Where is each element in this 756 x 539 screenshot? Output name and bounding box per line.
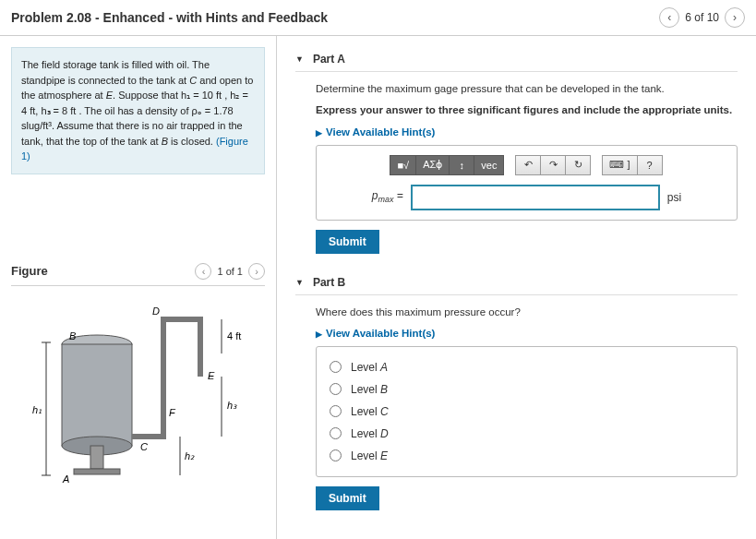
figure-image: h₁ 4 ft h₃ h₂ A B C D E F (11, 285, 265, 497)
radio-c[interactable] (330, 405, 342, 417)
radio-b[interactable] (330, 383, 342, 395)
main-content: The field storage tank is filled with oi… (0, 36, 756, 539)
label-B: B (69, 330, 76, 341)
part-a: ▼ Part A Determine the maximum gage pres… (295, 47, 738, 254)
part-b-hints[interactable]: ▶View Available Hint(s) (316, 328, 738, 339)
left-panel: The field storage tank is filled with oi… (0, 36, 277, 539)
help-button[interactable]: ? (637, 155, 663, 175)
next-figure-button[interactable]: › (248, 263, 265, 280)
redo-button[interactable]: ↷ (540, 155, 566, 175)
label-h2: h₂ (185, 450, 195, 461)
templates-button[interactable]: ■√ (390, 155, 416, 175)
undo-button[interactable]: ↶ (515, 155, 541, 175)
label-F: F (169, 407, 176, 418)
hint-label: View Available Hint(s) (326, 126, 435, 138)
figure-position: 1 of 1 (217, 266, 243, 277)
opt-var: A (380, 361, 388, 374)
var-c: C (189, 75, 197, 86)
label-D: D (152, 305, 160, 317)
equals: = (394, 189, 403, 202)
part-b-header[interactable]: ▼ Part B (295, 270, 738, 295)
part-b: ▼ Part B Where does this maximum pressur… (295, 270, 738, 510)
svg-rect-3 (90, 446, 103, 469)
options-box: Level A Level B Level C Level D Level E (316, 346, 738, 477)
collapse-icon: ▼ (295, 54, 304, 64)
label-h1: h₁ (32, 404, 42, 415)
reset-button[interactable]: ↻ (565, 155, 591, 175)
opt-label: Level (351, 427, 380, 440)
figure-header: Figure ‹ 1 of 1 › (11, 258, 265, 285)
symbols-button[interactable]: ΑΣϕ (415, 155, 450, 175)
keyboard-button[interactable]: ⌨ ] (602, 155, 637, 175)
label-4ft: 4 ft (227, 330, 241, 341)
option-a[interactable]: Level A (330, 356, 724, 378)
label-E: E (208, 370, 215, 381)
equation-toolbar: ■√ ΑΣϕ ↕ vec ↶ ↷ ↻ ⌨ ] ? (326, 155, 727, 175)
problem-text: is closed. (168, 136, 216, 147)
figure-title: Figure (11, 264, 48, 278)
opt-label: Level (351, 449, 380, 462)
option-e[interactable]: Level E (330, 445, 724, 467)
figure-nav: ‹ 1 of 1 › (195, 263, 265, 280)
expand-icon: ▶ (316, 128, 322, 138)
vector-button[interactable]: vec (474, 155, 504, 175)
next-problem-button[interactable]: › (725, 7, 745, 28)
part-a-title: Part A (313, 53, 345, 66)
right-panel: ▼ Part A Determine the maximum gage pres… (277, 36, 756, 539)
opt-var: D (380, 427, 389, 440)
answer-box: ■√ ΑΣϕ ↕ vec ↶ ↷ ↻ ⌨ ] ? pmax = psi (316, 145, 738, 221)
part-b-prompt: Where does this maximum pressure occur? (316, 305, 738, 320)
hint-label: View Available Hint(s) (326, 328, 435, 339)
svg-rect-4 (74, 469, 120, 474)
problem-nav: ‹ 6 of 10 › (659, 7, 745, 28)
part-a-instruction: Express your answer to three significant… (316, 102, 738, 118)
prev-figure-button[interactable]: ‹ (195, 263, 211, 280)
prev-problem-button[interactable]: ‹ (659, 7, 679, 28)
problem-title: Problem 2.08 - Enhanced - with Hints and… (11, 10, 328, 25)
part-a-header[interactable]: ▼ Part A (295, 47, 738, 72)
opt-label: Level (351, 383, 380, 396)
option-b[interactable]: Level B (330, 378, 724, 401)
var-b: B (162, 136, 168, 147)
opt-var: C (380, 405, 389, 418)
label-A: A (62, 473, 69, 485)
scripts-button[interactable]: ↕ (449, 155, 474, 175)
label-C: C (140, 441, 148, 452)
opt-label: Level (351, 361, 380, 374)
tank-diagram: h₁ 4 ft h₃ h₂ A B C D E F (18, 298, 258, 492)
opt-var: E (380, 449, 388, 462)
part-a-hints[interactable]: ▶View Available Hint(s) (316, 126, 738, 138)
problem-text: The field storage tank is filled with oi… (21, 59, 210, 86)
part-a-prompt: Determine the maximum gage pressure that… (316, 81, 738, 97)
problem-text: . Suppose that (113, 90, 181, 101)
part-a-body: Determine the maximum gage pressure that… (295, 72, 738, 254)
answer-row: pmax = psi (326, 185, 727, 210)
opt-var: B (380, 383, 388, 396)
answer-input[interactable] (411, 185, 660, 210)
problem-statement: The field storage tank is filled with oi… (11, 47, 265, 174)
part-b-title: Part B (313, 276, 345, 289)
svg-rect-1 (62, 344, 132, 446)
collapse-icon: ▼ (295, 278, 304, 287)
var-e: E (106, 90, 113, 101)
problem-position: 6 of 10 (685, 11, 719, 24)
label-h3: h₃ (227, 400, 237, 411)
answer-unit: psi (667, 191, 681, 204)
submit-button-a[interactable]: Submit (316, 230, 379, 254)
opt-label: Level (351, 405, 380, 418)
problem-text: The oil has a density of (81, 105, 191, 116)
sub-max: max (378, 196, 393, 205)
option-c[interactable]: Level C (330, 401, 724, 423)
page-header: Problem 2.08 - Enhanced - with Hints and… (0, 0, 756, 36)
answer-variable: pmax = (372, 189, 403, 204)
option-d[interactable]: Level D (330, 423, 724, 445)
part-b-body: Where does this maximum pressure occur? … (295, 295, 738, 510)
radio-e[interactable] (330, 449, 342, 461)
expand-icon: ▶ (316, 329, 322, 339)
radio-a[interactable] (330, 361, 342, 373)
radio-d[interactable] (330, 427, 342, 439)
submit-button-b[interactable]: Submit (316, 486, 379, 510)
